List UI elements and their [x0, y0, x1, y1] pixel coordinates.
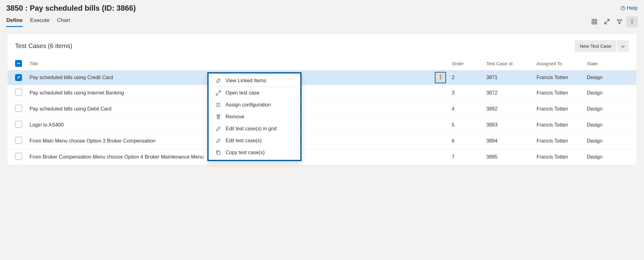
svg-point-4	[631, 21, 632, 22]
row-assigned-to: Francis Totten	[533, 133, 583, 149]
new-test-case-dropdown[interactable]	[617, 40, 629, 52]
full-screen-button[interactable]	[601, 16, 613, 28]
row-order: 4	[448, 101, 483, 117]
row-checkbox[interactable]	[15, 105, 22, 112]
row-test-case-id: 3892	[483, 101, 533, 117]
toolbar-more-button[interactable]	[626, 16, 638, 28]
row-order: 6	[448, 133, 483, 149]
svg-point-11	[216, 105, 216, 105]
row-checkbox[interactable]	[15, 121, 22, 128]
row-checkbox[interactable]	[15, 153, 22, 160]
row-state: Design	[583, 101, 636, 117]
row-test-case-id: 3872	[483, 85, 533, 101]
row-checkbox[interactable]	[15, 74, 22, 81]
menu-item[interactable]: Open test case	[209, 87, 300, 99]
chevron-down-icon	[621, 43, 625, 49]
row-more-button[interactable]	[435, 72, 446, 83]
row-state: Design	[583, 117, 636, 133]
row-assigned-to: Francis Totten	[533, 70, 583, 85]
table-row[interactable]: Pay scheduled bills using Debit Card4389…	[8, 101, 636, 117]
link-icon	[216, 78, 221, 84]
row-assigned-to: Francis Totten	[533, 117, 583, 133]
svg-point-12	[216, 106, 216, 107]
svg-rect-2	[592, 19, 597, 24]
row-assigned-to: Francis Totten	[533, 149, 583, 165]
row-checkbox[interactable]	[15, 89, 22, 96]
row-state: Design	[583, 70, 636, 85]
new-test-case-button[interactable]: New Test Case	[575, 40, 616, 52]
row-checkbox[interactable]	[15, 137, 22, 144]
row-order: 3	[448, 85, 483, 101]
row-test-case-id: 3893	[483, 117, 533, 133]
column-header-title[interactable]: Title	[26, 57, 448, 70]
menu-item[interactable]: Copy test case(s)	[209, 147, 300, 159]
row-test-case-id: 3871	[483, 70, 533, 85]
row-state: Design	[583, 149, 636, 165]
select-all-checkbox[interactable]	[15, 60, 22, 67]
svg-rect-13	[217, 152, 220, 155]
indeterminate-icon	[17, 61, 20, 66]
row-test-case-id: 3895	[483, 149, 533, 165]
column-header-order[interactable]: Order	[448, 57, 483, 70]
menu-item-label: Open test case	[226, 90, 259, 96]
filter-icon	[617, 19, 622, 25]
tab-execute[interactable]: Execute	[30, 17, 49, 27]
column-header-test-case-id[interactable]: Test Case Id	[483, 57, 533, 70]
expand-icon	[604, 19, 610, 25]
menu-item[interactable]: Edit test case(s) in grid	[209, 123, 300, 135]
menu-item-label: Remove	[226, 114, 244, 120]
row-assigned-to: Francis Totten	[533, 101, 583, 117]
table-row[interactable]: From Main Menu choose Option 3 Broker Co…	[8, 133, 636, 149]
filter-button[interactable]	[614, 16, 625, 28]
row-order: 2	[448, 70, 483, 85]
column-header-assigned-to[interactable]: Assigned To	[533, 57, 583, 70]
menu-item-label: Edit test case(s) in grid	[226, 126, 277, 132]
svg-point-7	[440, 74, 441, 75]
row-context-menu: View Linked ItemsOpen test caseAssign co…	[207, 72, 302, 161]
row-test-case-id: 3894	[483, 133, 533, 149]
page-title: 3850 : Pay scheduled bills (ID: 3866)	[6, 4, 136, 13]
check-icon	[17, 75, 21, 80]
menu-item[interactable]: Remove	[209, 111, 300, 123]
open-icon	[216, 90, 221, 96]
grid-view-button[interactable]	[589, 16, 600, 28]
svg-point-8	[440, 76, 441, 77]
tab-list: DefineExecuteChart	[6, 17, 70, 27]
more-vertical-icon	[440, 74, 441, 81]
svg-point-3	[631, 19, 632, 20]
help-link[interactable]: Help	[620, 5, 638, 11]
menu-item-label: View Linked Items	[226, 78, 266, 84]
row-assigned-to: Francis Totten	[533, 85, 583, 101]
column-header-state[interactable]: State	[583, 57, 636, 70]
menu-item-label: Assign configuration	[226, 102, 271, 108]
panel-title: Test Cases (6 items)	[15, 42, 72, 50]
menu-item-label: Edit test case(s)	[226, 138, 262, 144]
row-state: Design	[583, 85, 636, 101]
table-row[interactable]: From Broker Compensation Menu choose Opt…	[8, 149, 636, 165]
svg-point-9	[440, 78, 441, 79]
menu-item[interactable]: Edit test case(s)	[209, 135, 300, 147]
table-row[interactable]: Pay scheduled bills using Credit Card238…	[8, 70, 636, 85]
row-state: Design	[583, 133, 636, 149]
tab-chart[interactable]: Chart	[57, 17, 70, 27]
menu-item[interactable]: View Linked Items	[209, 75, 300, 87]
tab-define[interactable]: Define	[6, 17, 23, 27]
help-link-label: Help	[627, 5, 638, 11]
row-order: 5	[448, 117, 483, 133]
pencil-icon	[216, 126, 221, 132]
menu-item[interactable]: Assign configuration	[209, 99, 300, 111]
table-row[interactable]: Login to AS40053893Francis TottenDesign	[8, 117, 636, 133]
assign-icon	[216, 102, 221, 108]
svg-point-5	[631, 23, 632, 24]
more-vertical-icon	[631, 19, 633, 25]
svg-point-1	[623, 9, 623, 9]
table-row[interactable]: Pay scheduled bills using Internet Banki…	[8, 85, 636, 101]
svg-rect-6	[17, 63, 20, 64]
test-cases-panel: Test Cases (6 items) New Test Case	[8, 34, 636, 165]
row-order: 7	[448, 149, 483, 165]
trash-icon	[216, 114, 221, 120]
pencil-icon	[216, 138, 221, 144]
test-cases-table: Title Order Test Case Id Assigned To Sta…	[8, 57, 636, 165]
svg-point-10	[216, 103, 216, 104]
help-icon	[620, 6, 625, 11]
